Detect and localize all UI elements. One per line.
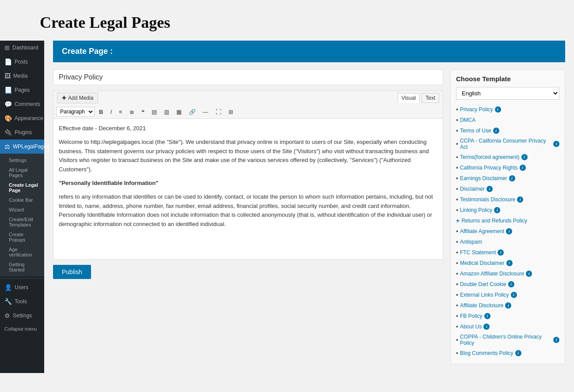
template-item-label: About Us — [460, 324, 482, 330]
info-icon[interactable]: i — [487, 186, 493, 192]
info-icon[interactable]: i — [508, 281, 514, 287]
align-right-button[interactable]: ▦ — [174, 108, 184, 116]
info-icon[interactable]: i — [520, 165, 526, 171]
info-icon[interactable]: i — [506, 260, 513, 266]
sidebar-item-users[interactable]: 👤 Users — [0, 280, 44, 294]
info-icon[interactable]: i — [521, 154, 528, 160]
template-item-label: DMCA — [460, 117, 475, 123]
template-item-medical-disclaimer[interactable]: Medical Disclaimeri — [456, 258, 559, 268]
template-item-label: CCPA - California Consumer Privacy Act — [460, 138, 551, 150]
template-item-label: COPPA - Children's Online Privacy Policy — [460, 334, 551, 346]
template-item-disclaimer[interactable]: Disclaimeri — [456, 184, 559, 194]
content-line1: Effective date - December 6, 2021 — [59, 124, 437, 133]
sidebar-divider — [0, 278, 44, 279]
template-item-terms-forced[interactable]: Terms(forced agreement)i — [456, 152, 559, 162]
submenu-wizard[interactable]: Wizard — [0, 205, 44, 215]
template-item-ccpa[interactable]: CCPA - California Consumer Privacy Acti — [456, 136, 559, 152]
editor-main: ✚ Add Media Visual Text Paragraph B I ≡ — [53, 69, 443, 364]
unordered-list-button[interactable]: ≡ — [116, 108, 125, 116]
publish-button[interactable]: Publish — [53, 265, 91, 279]
template-item-ftc-statement[interactable]: FTC Statementi — [456, 247, 559, 258]
text-tab[interactable]: Text — [422, 93, 439, 103]
collapse-menu[interactable]: Collapse menu — [0, 323, 44, 335]
sidebar-item-posts[interactable]: 📄 Posts — [0, 55, 44, 69]
template-item-coppa[interactable]: COPPA - Children's Online Privacy Policy… — [456, 332, 559, 348]
info-icon[interactable]: i — [494, 207, 500, 213]
info-icon[interactable]: i — [526, 271, 532, 277]
template-item-blog-comments[interactable]: Blog Comments Policyi — [456, 348, 559, 358]
submenu-settings[interactable]: Settings — [0, 155, 44, 165]
template-item-dmca[interactable]: DMCA — [456, 115, 559, 125]
template-list: Privacy PolicyiDMCATerms of UseiCCPA - C… — [456, 104, 559, 358]
editor-content[interactable]: Effective date - December 6, 2021 Welcom… — [53, 118, 443, 260]
sidebar-item-settings[interactable]: ⚙ Settings — [0, 309, 44, 323]
fullscreen-button[interactable]: ⛶ — [213, 108, 224, 116]
info-icon[interactable]: i — [493, 128, 499, 134]
template-item-affiliate-agreement[interactable]: Affiliate Agreementi — [456, 226, 559, 237]
submenu-create-legal-page[interactable]: Create Legal Page — [0, 180, 44, 195]
info-icon[interactable]: i — [495, 106, 501, 113]
sidebar-item-pages[interactable]: 📃 Pages — [0, 83, 44, 97]
template-item-external-links[interactable]: External Links Policyi — [456, 290, 559, 300]
sidebar-item-media[interactable]: 🖼 Media — [0, 69, 44, 83]
hr-button[interactable]: — — [200, 108, 211, 116]
paragraph-select[interactable]: Paragraph — [56, 107, 95, 117]
info-icon[interactable]: i — [553, 337, 559, 343]
template-item-label: Blog Comments Policy — [460, 350, 513, 356]
sidebar-item-comments[interactable]: 💬 Comments — [0, 97, 44, 111]
info-icon[interactable]: i — [515, 350, 521, 356]
template-item-earnings-disclaimer[interactable]: Earnings Disclaimeri — [456, 173, 559, 184]
media-icon: 🖼 — [4, 72, 11, 79]
template-item-linking-policy[interactable]: Linking Policyi — [456, 205, 559, 215]
submenu-getting-started[interactable]: Getting Started — [0, 260, 44, 275]
appearance-icon: 🎨 — [4, 115, 12, 122]
sidebar-item-plugins[interactable]: 🔌 Plugins — [0, 125, 44, 139]
submenu-cookie-bar[interactable]: Cookie Bar — [0, 195, 44, 205]
editor-format-bar: Paragraph B I ≡ ≣ ❝ ▤ ▥ ▦ 🔗 — ⛶ ⊞ — [53, 105, 443, 118]
table-button[interactable]: ⊞ — [226, 108, 236, 116]
submenu-create-popups[interactable]: Create Popups — [0, 230, 44, 245]
align-center-button[interactable]: ▥ — [161, 108, 172, 116]
template-item-amazon-affiliate[interactable]: Amazon Affiliate Disclosurei — [456, 268, 559, 279]
sidebar-item-dashboard[interactable]: ⊞ Dashboard — [0, 41, 44, 55]
sidebar-item-appearance[interactable]: 🎨 Appearance — [0, 111, 44, 125]
template-item-privacy-policy[interactable]: Privacy Policyi — [456, 104, 559, 115]
info-icon[interactable]: i — [509, 175, 515, 181]
wplegalpages-icon: ⚖ — [4, 143, 10, 150]
align-left-button[interactable]: ▤ — [149, 108, 160, 116]
sidebar-item-tools[interactable]: 🔧 Tools — [0, 294, 44, 309]
link-button[interactable]: 🔗 — [186, 108, 198, 116]
page-title-input[interactable] — [53, 69, 443, 85]
submenu-all-legal-pages[interactable]: All Legal Pages — [0, 165, 44, 180]
template-item-label: Disclaimer — [460, 186, 485, 192]
info-icon[interactable]: i — [517, 196, 523, 203]
content-line3: refers to any information that identifie… — [59, 192, 437, 229]
italic-button[interactable]: I — [107, 108, 114, 116]
template-item-double-dart[interactable]: Double Dart Cookiei — [456, 279, 559, 290]
template-item-california-privacy[interactable]: California Privacy Rightsi — [456, 162, 559, 173]
template-item-fb-policy[interactable]: FB Policyi — [456, 311, 559, 321]
template-item-about-us[interactable]: About Usi — [456, 321, 559, 332]
template-item-affiliate-disclosure[interactable]: Affiliate Disclosurei — [456, 300, 559, 311]
add-media-button[interactable]: ✚ Add Media — [57, 93, 98, 103]
ordered-list-button[interactable]: ≣ — [127, 108, 137, 116]
info-icon[interactable]: i — [483, 324, 490, 330]
language-select[interactable]: English — [456, 87, 559, 100]
info-icon[interactable]: i — [505, 302, 511, 309]
submenu-create-edit-templates[interactable]: Create/Edit Templates — [0, 215, 44, 230]
template-item-testimonials-disclosure[interactable]: Testimonials Disclosurei — [456, 194, 559, 205]
info-icon[interactable]: i — [506, 228, 512, 234]
bold-button[interactable]: B — [96, 108, 106, 116]
submenu-age-verification[interactable]: Age verification — [0, 245, 44, 260]
visual-tab[interactable]: Visual — [398, 93, 420, 103]
template-item-antispam[interactable]: Antispam — [456, 237, 559, 247]
info-icon[interactable]: i — [553, 141, 559, 147]
blockquote-button[interactable]: ❝ — [139, 108, 147, 116]
template-item-label: Double Dart Cookie — [460, 281, 506, 287]
template-item-terms-of-use[interactable]: Terms of Usei — [456, 125, 559, 136]
info-icon[interactable]: i — [484, 313, 490, 319]
sidebar-item-wplegalpages[interactable]: ⚖ WPLegalPages — [0, 139, 44, 154]
info-icon[interactable]: i — [498, 249, 504, 256]
info-icon[interactable]: i — [511, 292, 517, 298]
template-item-returns-refunds[interactable]: Returns and Refunds Policy — [456, 215, 559, 226]
